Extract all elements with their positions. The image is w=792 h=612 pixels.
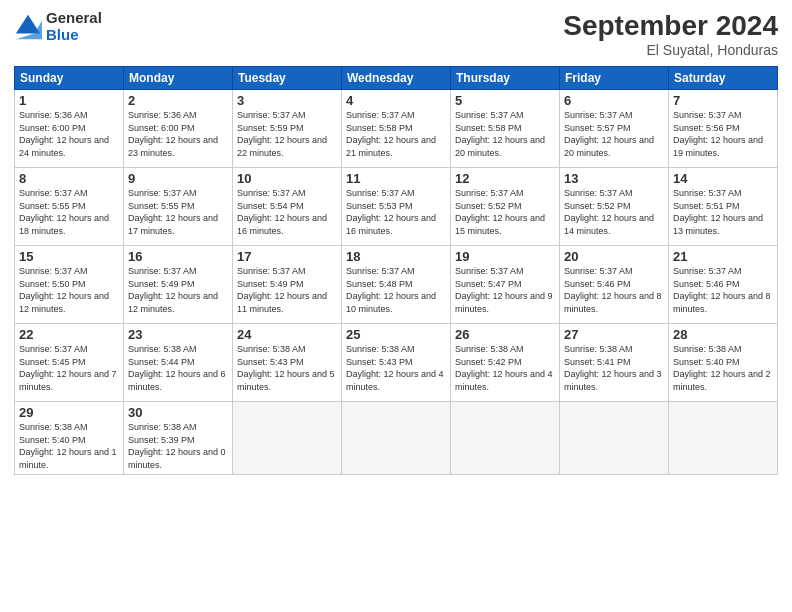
- day-number: 29: [19, 405, 119, 420]
- calendar-cell: 27Sunrise: 5:38 AMSunset: 5:41 PMDayligh…: [560, 324, 669, 402]
- calendar-cell: [560, 402, 669, 475]
- day-info: Sunrise: 5:38 AMSunset: 5:42 PMDaylight:…: [455, 343, 555, 393]
- calendar-cell: 22Sunrise: 5:37 AMSunset: 5:45 PMDayligh…: [15, 324, 124, 402]
- calendar-cell: 2Sunrise: 5:36 AMSunset: 6:00 PMDaylight…: [124, 90, 233, 168]
- day-number: 10: [237, 171, 337, 186]
- day-info: Sunrise: 5:37 AMSunset: 5:45 PMDaylight:…: [19, 343, 119, 393]
- calendar-cell: [451, 402, 560, 475]
- calendar-cell: 16Sunrise: 5:37 AMSunset: 5:49 PMDayligh…: [124, 246, 233, 324]
- day-info: Sunrise: 5:37 AMSunset: 5:57 PMDaylight:…: [564, 109, 664, 159]
- calendar-cell: 15Sunrise: 5:37 AMSunset: 5:50 PMDayligh…: [15, 246, 124, 324]
- day-info: Sunrise: 5:38 AMSunset: 5:44 PMDaylight:…: [128, 343, 228, 393]
- day-info: Sunrise: 5:38 AMSunset: 5:40 PMDaylight:…: [19, 421, 119, 471]
- day-info: Sunrise: 5:38 AMSunset: 5:41 PMDaylight:…: [564, 343, 664, 393]
- day-info: Sunrise: 5:37 AMSunset: 5:46 PMDaylight:…: [673, 265, 773, 315]
- col-header-saturday: Saturday: [669, 67, 778, 90]
- day-info: Sunrise: 5:37 AMSunset: 5:58 PMDaylight:…: [455, 109, 555, 159]
- calendar-cell: 8Sunrise: 5:37 AMSunset: 5:55 PMDaylight…: [15, 168, 124, 246]
- calendar-cell: 10Sunrise: 5:37 AMSunset: 5:54 PMDayligh…: [233, 168, 342, 246]
- day-number: 25: [346, 327, 446, 342]
- col-header-sunday: Sunday: [15, 67, 124, 90]
- calendar-week-row: 29Sunrise: 5:38 AMSunset: 5:40 PMDayligh…: [15, 402, 778, 475]
- day-number: 26: [455, 327, 555, 342]
- day-info: Sunrise: 5:38 AMSunset: 5:43 PMDaylight:…: [346, 343, 446, 393]
- calendar-cell: 19Sunrise: 5:37 AMSunset: 5:47 PMDayligh…: [451, 246, 560, 324]
- day-info: Sunrise: 5:37 AMSunset: 5:58 PMDaylight:…: [346, 109, 446, 159]
- day-number: 17: [237, 249, 337, 264]
- calendar-cell: 29Sunrise: 5:38 AMSunset: 5:40 PMDayligh…: [15, 402, 124, 475]
- day-number: 12: [455, 171, 555, 186]
- day-number: 30: [128, 405, 228, 420]
- day-info: Sunrise: 5:38 AMSunset: 5:39 PMDaylight:…: [128, 421, 228, 471]
- day-info: Sunrise: 5:37 AMSunset: 5:46 PMDaylight:…: [564, 265, 664, 315]
- day-info: Sunrise: 5:37 AMSunset: 5:51 PMDaylight:…: [673, 187, 773, 237]
- calendar-week-row: 1Sunrise: 5:36 AMSunset: 6:00 PMDaylight…: [15, 90, 778, 168]
- day-number: 4: [346, 93, 446, 108]
- calendar-cell: [669, 402, 778, 475]
- calendar-cell: 5Sunrise: 5:37 AMSunset: 5:58 PMDaylight…: [451, 90, 560, 168]
- calendar-cell: 25Sunrise: 5:38 AMSunset: 5:43 PMDayligh…: [342, 324, 451, 402]
- calendar-week-row: 8Sunrise: 5:37 AMSunset: 5:55 PMDaylight…: [15, 168, 778, 246]
- day-number: 11: [346, 171, 446, 186]
- day-info: Sunrise: 5:37 AMSunset: 5:55 PMDaylight:…: [128, 187, 228, 237]
- page-header: General Blue September 2024 El Suyatal, …: [14, 10, 778, 58]
- calendar-cell: 23Sunrise: 5:38 AMSunset: 5:44 PMDayligh…: [124, 324, 233, 402]
- calendar-cell: 3Sunrise: 5:37 AMSunset: 5:59 PMDaylight…: [233, 90, 342, 168]
- day-info: Sunrise: 5:36 AMSunset: 6:00 PMDaylight:…: [128, 109, 228, 159]
- day-number: 24: [237, 327, 337, 342]
- calendar-cell: [233, 402, 342, 475]
- logo-general: General: [46, 10, 102, 27]
- calendar-cell: 26Sunrise: 5:38 AMSunset: 5:42 PMDayligh…: [451, 324, 560, 402]
- calendar-cell: 4Sunrise: 5:37 AMSunset: 5:58 PMDaylight…: [342, 90, 451, 168]
- day-number: 18: [346, 249, 446, 264]
- day-number: 15: [19, 249, 119, 264]
- day-info: Sunrise: 5:37 AMSunset: 5:52 PMDaylight:…: [564, 187, 664, 237]
- day-info: Sunrise: 5:37 AMSunset: 5:49 PMDaylight:…: [128, 265, 228, 315]
- calendar-cell: 7Sunrise: 5:37 AMSunset: 5:56 PMDaylight…: [669, 90, 778, 168]
- calendar-cell: 24Sunrise: 5:38 AMSunset: 5:43 PMDayligh…: [233, 324, 342, 402]
- day-info: Sunrise: 5:37 AMSunset: 5:55 PMDaylight:…: [19, 187, 119, 237]
- calendar-cell: 9Sunrise: 5:37 AMSunset: 5:55 PMDaylight…: [124, 168, 233, 246]
- calendar-cell: 28Sunrise: 5:38 AMSunset: 5:40 PMDayligh…: [669, 324, 778, 402]
- calendar-cell: 11Sunrise: 5:37 AMSunset: 5:53 PMDayligh…: [342, 168, 451, 246]
- logo-blue: Blue: [46, 27, 102, 44]
- calendar-header-row: SundayMondayTuesdayWednesdayThursdayFrid…: [15, 67, 778, 90]
- day-number: 13: [564, 171, 664, 186]
- day-number: 1: [19, 93, 119, 108]
- calendar-cell: 6Sunrise: 5:37 AMSunset: 5:57 PMDaylight…: [560, 90, 669, 168]
- calendar-cell: [342, 402, 451, 475]
- day-info: Sunrise: 5:37 AMSunset: 5:47 PMDaylight:…: [455, 265, 555, 315]
- col-header-friday: Friday: [560, 67, 669, 90]
- day-info: Sunrise: 5:37 AMSunset: 5:49 PMDaylight:…: [237, 265, 337, 315]
- title-block: September 2024 El Suyatal, Honduras: [563, 10, 778, 58]
- day-number: 27: [564, 327, 664, 342]
- day-info: Sunrise: 5:38 AMSunset: 5:43 PMDaylight:…: [237, 343, 337, 393]
- calendar-cell: 1Sunrise: 5:36 AMSunset: 6:00 PMDaylight…: [15, 90, 124, 168]
- calendar-cell: 14Sunrise: 5:37 AMSunset: 5:51 PMDayligh…: [669, 168, 778, 246]
- calendar-cell: 20Sunrise: 5:37 AMSunset: 5:46 PMDayligh…: [560, 246, 669, 324]
- day-number: 20: [564, 249, 664, 264]
- logo-icon: [14, 13, 42, 41]
- day-number: 8: [19, 171, 119, 186]
- col-header-tuesday: Tuesday: [233, 67, 342, 90]
- day-info: Sunrise: 5:37 AMSunset: 5:59 PMDaylight:…: [237, 109, 337, 159]
- day-number: 16: [128, 249, 228, 264]
- day-info: Sunrise: 5:37 AMSunset: 5:53 PMDaylight:…: [346, 187, 446, 237]
- calendar-cell: 12Sunrise: 5:37 AMSunset: 5:52 PMDayligh…: [451, 168, 560, 246]
- col-header-monday: Monday: [124, 67, 233, 90]
- logo: General Blue: [14, 10, 102, 43]
- calendar-cell: 18Sunrise: 5:37 AMSunset: 5:48 PMDayligh…: [342, 246, 451, 324]
- day-number: 9: [128, 171, 228, 186]
- day-info: Sunrise: 5:38 AMSunset: 5:40 PMDaylight:…: [673, 343, 773, 393]
- day-info: Sunrise: 5:36 AMSunset: 6:00 PMDaylight:…: [19, 109, 119, 159]
- day-number: 21: [673, 249, 773, 264]
- calendar-week-row: 22Sunrise: 5:37 AMSunset: 5:45 PMDayligh…: [15, 324, 778, 402]
- calendar-table: SundayMondayTuesdayWednesdayThursdayFrid…: [14, 66, 778, 475]
- calendar-week-row: 15Sunrise: 5:37 AMSunset: 5:50 PMDayligh…: [15, 246, 778, 324]
- day-number: 14: [673, 171, 773, 186]
- month-title: September 2024: [563, 10, 778, 42]
- logo-text: General Blue: [46, 10, 102, 43]
- day-number: 7: [673, 93, 773, 108]
- day-number: 3: [237, 93, 337, 108]
- day-number: 23: [128, 327, 228, 342]
